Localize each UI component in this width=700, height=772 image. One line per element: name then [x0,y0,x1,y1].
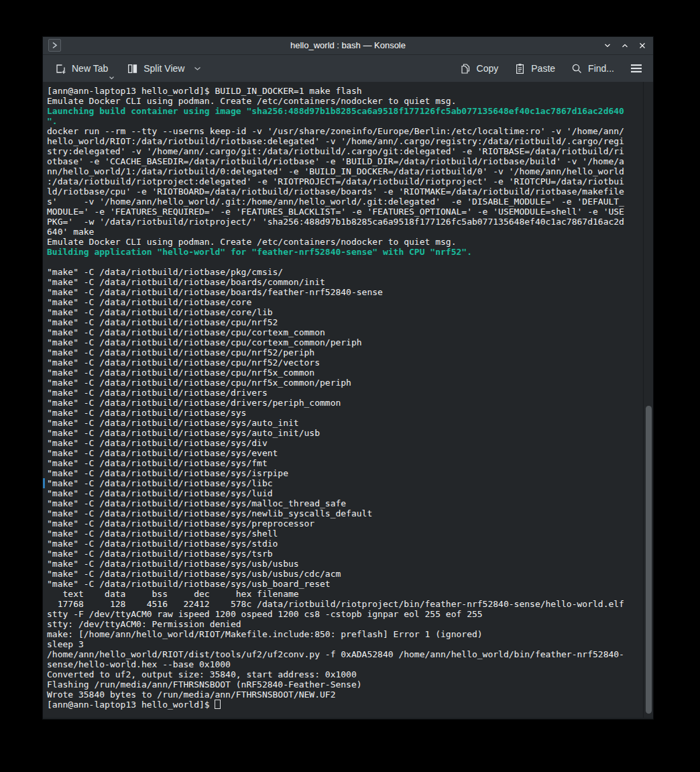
copy-icon [460,63,471,74]
scrollbar-thumb[interactable] [646,406,652,714]
terminal-view[interactable]: [ann@ann-laptop13 hello_world]$ BUILD_IN… [43,82,653,718]
toolbar: New Tab Split View [43,55,653,82]
terminal-line: "make" -C /data/riotbuild/riotbase/cpu/n… [43,347,642,357]
paste-button[interactable]: Paste [514,59,555,78]
terminal-line: "make" -C /data/riotbuild/riotbase/sys/u… [43,559,642,569]
search-icon [571,63,583,74]
terminal-line: [ann@ann-laptop13 hello_world]$ BUILD_IN… [43,86,642,96]
find-button[interactable]: Find... [571,59,614,78]
terminal-line: Wrote 35840 bytes to /run/media/ann/FTHR… [43,690,642,700]
terminal-line: Flashing /run/media/ann/FTHRSNSBOOT (nRF… [43,679,642,690]
terminal-line: "make" -C /data/riotbuild/riotbase/cpu/n… [43,368,642,378]
split-view-icon [127,63,138,74]
new-tab-menu-arrow [109,76,115,80]
paste-label: Paste [531,63,555,74]
terminal-line: Emulate Docker CLI using podman. Create … [43,237,642,247]
terminal-line: "make" -C /data/riotbuild/riotbase/sys/t… [43,549,642,559]
terminal-line: "make" -C /data/riotbuild/riotbase/sys/i… [43,468,642,478]
terminal-line: text data bss dec hex filename [43,589,642,599]
terminal-line: PKG=' -w '/data/riotbuild/riotproject/' … [43,217,642,227]
terminal-line: "make" -C /data/riotbuild/riotbase/pkg/c… [43,267,642,277]
terminal-line: "make" -C /data/riotbuild/riotbase/core/… [43,307,642,317]
terminal-line: docker run --rm --tty --userns keep-id -… [43,126,642,136]
terminal-line: stty: /dev/ttyACM0: Permission denied [43,619,642,629]
hamburger-menu-icon [630,64,642,73]
terminal-line: "make" -C /data/riotbuild/riotbase/sys [43,408,642,418]
scroll-position-marker [43,478,45,488]
terminal-line: "make" -C /data/riotbuild/riotbase/cpu/n… [43,357,642,368]
terminal-line: nn/hello_world/1:/data/riotbuild/0:deleg… [43,166,642,176]
terminal-line: "make" -C /data/riotbuild/riotbase/sys/l… [43,478,642,488]
terminal-line: "make" -C /data/riotbuild/riotbase/sys/n… [43,508,642,518]
terminal-line: "make" -C /data/riotbuild/riotbase/sys/m… [43,498,642,508]
split-view-button[interactable]: Split View [127,59,201,78]
terminal-line: hello_world/RIOT:/data/riotbuild/riotbas… [43,136,642,146]
terminal-line: "make" -C /data/riotbuild/riotbase/core [43,297,642,307]
scrollbar-track[interactable] [643,82,653,718]
terminal-line: 17768 128 4516 22412 578c /data/riotbuil… [43,599,642,609]
terminal-output: [ann@ann-laptop13 hello_world]$ BUILD_IN… [43,82,642,718]
copy-label: Copy [477,63,499,74]
terminal-line: "make" -C /data/riotbuild/riotbase/sys/s… [43,539,642,549]
terminal-line: Emulate Docker CLI using podman. Create … [43,96,642,106]
terminal-line: s' -v '/home/ann/hello_world/.git:/home/… [43,197,642,207]
terminal-line: stry:delegated' -v '/home/ann/.cargo/git… [43,146,642,156]
close-button[interactable] [637,40,648,51]
terminal-line: "make" -C /data/riotbuild/riotbase/sys/s… [43,529,642,539]
new-tab-icon [55,63,66,74]
chevron-down-icon [194,66,201,71]
terminal-line: "make" -C /data/riotbuild/riotbase/sys/u… [43,569,642,579]
terminal-line: "make" -C /data/riotbuild/riotbase/sys/a… [43,428,642,438]
new-tab-label: New Tab [72,63,108,74]
terminal-line: /home/ann/hello_world/RIOT/dist/tools/uf… [43,649,642,659]
konsole-window: hello_world : bash — Konsole [43,37,653,719]
terminal-line: "make" -C /data/riotbuild/riotbase/cpu/n… [43,317,642,327]
terminal-line: "make" -C /data/riotbuild/riotbase/sys/d… [43,438,642,448]
paste-icon [514,63,526,74]
new-tab-button[interactable]: New Tab [55,59,108,78]
maximize-icon [621,42,629,50]
terminal-line: "make" -C /data/riotbuild/riotbase/sys/e… [43,448,642,458]
window-controls [602,37,648,54]
maximize-button[interactable] [620,40,630,51]
terminal-line: "make" -C /data/riotbuild/riotbase/cpu/c… [43,327,642,337]
terminal-line: "make" -C /data/riotbuild/riotbase/cpu/n… [43,378,642,388]
find-label: Find... [588,63,614,74]
chevron-down-icon [109,76,115,80]
terminal-line: "make" -C /data/riotbuild/riotbase/drive… [43,398,642,408]
terminal-cursor [215,700,221,709]
terminal-line: sleep 3 [43,639,642,649]
terminal-line: "make" -C /data/riotbuild/riotbase/board… [43,287,642,297]
terminal-line: Building application "hello-world" for "… [43,247,642,257]
terminal-line: Converted to uf2, output size: 35840, st… [43,669,642,679]
terminal-line: stty -F /dev/ttyACM0 raw ispeed 1200 osp… [43,609,642,619]
terminal-line: "make" -C /data/riotbuild/riotbase/drive… [43,388,642,398]
window-title: hello_world : bash — Konsole [43,37,653,54]
terminal-line: otbase' -e 'CCACHE_BASEDIR=/data/riotbui… [43,156,642,166]
toolbar-right-group: Copy Paste Find... [460,59,653,78]
titlebar[interactable]: hello_world : bash — Konsole [43,37,653,55]
terminal-line: "make" -C /data/riotbuild/riotbase/sys/p… [43,518,642,529]
terminal-line: Launching build container using image "s… [43,106,642,116]
minimize-icon [603,42,611,50]
terminal-line: "make" -C /data/riotbuild/riotbase/sys/l… [43,488,642,498]
terminal-line: ". [43,116,642,126]
terminal-line: make: [/home/ann/hello_world/RIOT/Makefi… [43,629,642,639]
menu-button[interactable] [630,59,642,78]
terminal-line: "make" -C /data/riotbuild/riotbase/sys/a… [43,418,642,428]
terminal-line: ld/riotbase/cpu' -e 'RIOTBOARD=/data/rio… [43,186,642,197]
split-view-label: Split View [143,63,184,74]
terminal-line: "make" -C /data/riotbuild/riotbase/sys/u… [43,579,642,589]
close-icon [638,42,646,50]
terminal-line: :/data/riotbuild/riotproject:delegated' … [43,176,642,186]
terminal-line [43,257,642,267]
terminal-line: [ann@ann-laptop13 hello_world]$ [43,700,642,710]
terminal-line: "make" -C /data/riotbuild/riotbase/sys/f… [43,458,642,468]
terminal-line: "make" -C /data/riotbuild/riotbase/board… [43,277,642,287]
terminal-line: 640' make [43,227,642,237]
copy-button[interactable]: Copy [460,59,499,78]
terminal-line: MODULE=' -e 'FEATURES_REQUIRED=' -e 'FEA… [43,207,642,217]
minimize-button[interactable] [602,40,613,51]
terminal-line: sense/hello-world.hex --base 0x1000 [43,659,642,669]
toolbar-left-group: New Tab Split View [43,59,201,78]
